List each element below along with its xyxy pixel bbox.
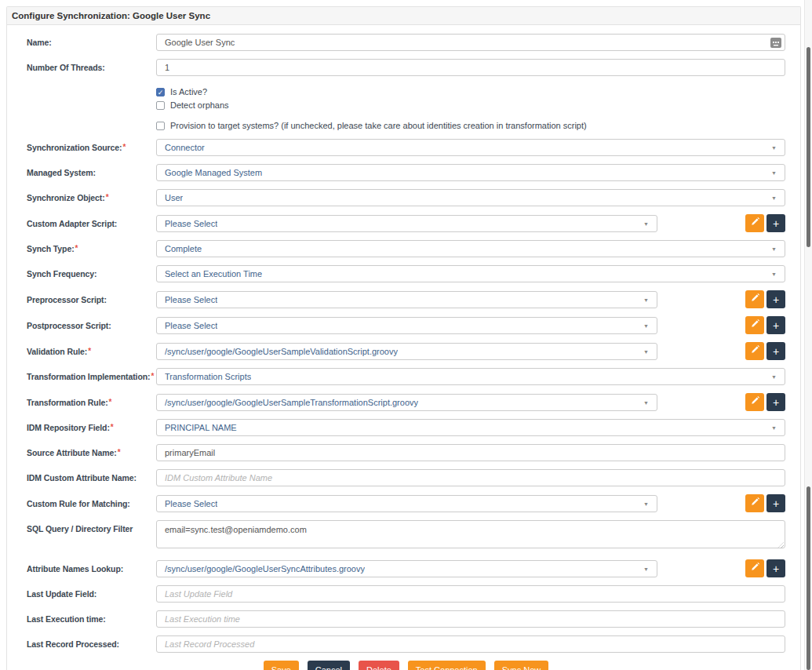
- custom-rule-matching-select[interactable]: Please Select ▼: [156, 495, 657, 512]
- custom-adapter-edit-button[interactable]: [745, 214, 764, 232]
- chevron-down-icon: ▼: [771, 271, 777, 278]
- attribute-lookup-edit-button[interactable]: [745, 559, 764, 577]
- managed-system-label: Managed System:: [27, 168, 156, 177]
- field-row-last-record: Last Record Processed:: [27, 635, 785, 653]
- transformation-implementation-select[interactable]: Transformation Scripts ▼: [156, 368, 785, 385]
- attribute-lookup-label: Attribute Names Lookup:: [27, 564, 156, 574]
- validation-rule-label: Validation Rule:*: [27, 347, 156, 356]
- transformation-rule-label: Transformation Rule:*: [27, 398, 156, 407]
- page-title: Configure Synchronization: Google User S…: [12, 11, 210, 20]
- checkbox-unchecked-icon[interactable]: [156, 122, 165, 130]
- scrollbar-thumb[interactable]: [807, 47, 810, 247]
- test-connection-button[interactable]: Test Connection: [408, 661, 486, 670]
- field-row-custom-adapter: Custom Adapter Script: Please Select ▼ +: [27, 214, 785, 232]
- field-row-validation-rule: Validation Rule:* /sync/user/google/Goog…: [27, 342, 785, 360]
- detect-orphans-checkbox[interactable]: Detect orphans: [156, 100, 785, 110]
- custom-rule-matching-label: Custom Rule for Matching:: [27, 499, 156, 508]
- postprocessor-script-select[interactable]: Please Select ▼: [156, 317, 657, 334]
- transformation-rule-edit-button[interactable]: [745, 393, 764, 411]
- chevron-down-icon: ▼: [643, 400, 649, 406]
- field-row-source-attribute: Source Attribute Name:*: [27, 444, 785, 461]
- sync-object-label: Synchronize Object:*: [27, 193, 156, 202]
- field-row-threads: Number Of Threads:: [27, 59, 785, 76]
- number-of-threads-input[interactable]: [156, 59, 785, 76]
- last-update-label: Last Update Field:: [27, 589, 156, 599]
- chevron-down-icon: ▼: [771, 425, 777, 431]
- synchronization-source-select[interactable]: Connector ▼: [156, 139, 785, 156]
- sync-source-label: Synchronization Source:*: [27, 143, 156, 152]
- field-row-sync-source: Synchronization Source:* Connector ▼: [27, 139, 785, 156]
- delete-button[interactable]: Delete: [359, 661, 399, 670]
- attribute-names-lookup-select[interactable]: /sync/user/google/GoogleUserSyncAttribut…: [156, 560, 657, 577]
- preprocessor-script-select[interactable]: Please Select ▼: [156, 291, 657, 308]
- idm-repository-label: IDM Repository Field:*: [27, 423, 156, 432]
- chevron-down-icon: ▼: [771, 170, 777, 177]
- pencil-icon: [750, 217, 759, 229]
- synch-frequency-label: Synch Frequency:: [27, 269, 156, 279]
- is-active-label: Is Active?: [170, 87, 207, 96]
- synch-frequency-select[interactable]: Select an Execution Time ▼: [156, 265, 785, 282]
- pencil-icon: [750, 563, 759, 574]
- chevron-down-icon: ▼: [643, 221, 649, 228]
- postprocessor-edit-button[interactable]: [745, 316, 764, 334]
- transformation-rule-select[interactable]: /sync/user/google/GoogleUserSampleTransf…: [156, 394, 657, 411]
- idm-repository-field-select[interactable]: PRINCIPAL NAME ▼: [156, 419, 785, 436]
- cancel-button[interactable]: Cancel: [308, 661, 350, 670]
- last-record-processed-input[interactable]: [156, 635, 785, 653]
- idm-custom-attribute-name-input[interactable]: [156, 469, 785, 486]
- idm-custom-attribute-label: IDM Custom Attribute Name:: [27, 473, 156, 482]
- plus-icon: +: [773, 294, 779, 305]
- chevron-down-icon: ▼: [771, 145, 777, 151]
- preprocessor-label: Preprocessor Script:: [27, 295, 156, 304]
- field-row-sql-query: SQL Query / Directory Filter email=sync.…: [27, 520, 785, 552]
- preprocessor-add-button[interactable]: +: [766, 290, 785, 308]
- plus-icon: +: [773, 563, 779, 574]
- preprocessor-edit-button[interactable]: [745, 290, 764, 308]
- page: Configure Synchronization: Google User S…: [0, 0, 812, 670]
- validation-rule-select[interactable]: /sync/user/google/GoogleUserSampleValida…: [156, 343, 657, 360]
- transformation-rule-add-button[interactable]: +: [766, 393, 785, 411]
- managed-system-select[interactable]: Google Managed System ▼: [156, 164, 785, 181]
- field-row-last-update: Last Update Field:: [27, 585, 785, 603]
- last-update-field-input[interactable]: [156, 585, 785, 603]
- sql-query-label: SQL Query / Directory Filter: [27, 520, 156, 533]
- pencil-icon: [750, 345, 759, 357]
- synch-type-select[interactable]: Complete ▼: [156, 240, 785, 257]
- save-button[interactable]: Save: [264, 661, 299, 670]
- transformation-impl-label: Transformation Implementation:*: [27, 372, 156, 381]
- field-row-last-execution: Last Execution time:: [27, 610, 785, 628]
- keyboard-icon[interactable]: [770, 37, 781, 47]
- field-row-preprocessor: Preprocessor Script: Please Select ▼ +: [27, 290, 785, 308]
- field-row-synch-frequency: Synch Frequency: Select an Execution Tim…: [27, 265, 785, 282]
- field-row-synch-type: Synch Type:* Complete ▼: [27, 240, 785, 257]
- synchronize-object-select[interactable]: User ▼: [156, 189, 785, 206]
- custom-rule-matching-edit-button[interactable]: [745, 494, 764, 512]
- custom-adapter-script-select[interactable]: Please Select ▼: [156, 215, 657, 232]
- is-active-checkbox[interactable]: ✓ Is Active?: [156, 87, 785, 96]
- name-input[interactable]: [156, 34, 785, 51]
- footer-button-bar: Save Cancel Delete Test Connection Sync …: [27, 661, 785, 670]
- attribute-lookup-add-button[interactable]: +: [766, 559, 785, 577]
- plus-icon: +: [773, 320, 779, 331]
- chevron-down-icon: ▼: [643, 323, 649, 330]
- last-execution-time-input[interactable]: [156, 610, 785, 628]
- custom-adapter-add-button[interactable]: +: [766, 214, 785, 232]
- custom-adapter-label: Custom Adapter Script:: [27, 219, 156, 228]
- validation-rule-add-button[interactable]: +: [766, 342, 785, 360]
- sync-now-button[interactable]: Sync Now: [494, 661, 549, 670]
- sql-query-textarea[interactable]: email=sync.test@openiamdemo.com: [156, 520, 785, 548]
- pencil-icon: [750, 319, 759, 331]
- provision-checkbox[interactable]: Provision to target systems? (if uncheck…: [156, 121, 785, 130]
- last-execution-label: Last Execution time:: [27, 614, 156, 624]
- checkbox-checked-icon[interactable]: ✓: [156, 88, 165, 96]
- last-record-label: Last Record Processed:: [27, 639, 156, 649]
- plus-icon: +: [773, 498, 779, 509]
- postprocessor-add-button[interactable]: +: [766, 316, 785, 334]
- source-attribute-name-input[interactable]: [156, 444, 785, 461]
- validation-rule-edit-button[interactable]: [745, 342, 764, 360]
- scrollbar[interactable]: [804, 0, 812, 670]
- scrollbar-thumb[interactable]: [807, 486, 810, 670]
- field-row-name: Name:: [27, 34, 785, 51]
- custom-rule-matching-add-button[interactable]: +: [766, 494, 785, 512]
- checkbox-unchecked-icon[interactable]: [156, 101, 165, 110]
